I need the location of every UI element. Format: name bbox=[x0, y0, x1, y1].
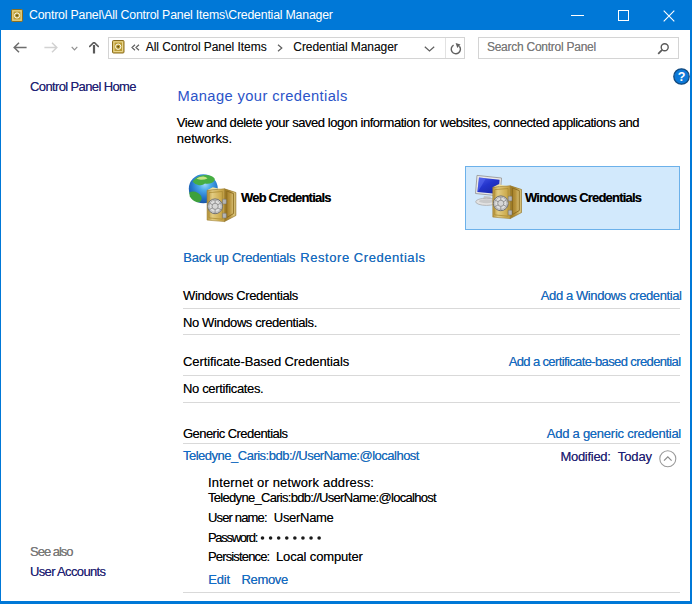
svg-text:?: ? bbox=[677, 69, 685, 83]
